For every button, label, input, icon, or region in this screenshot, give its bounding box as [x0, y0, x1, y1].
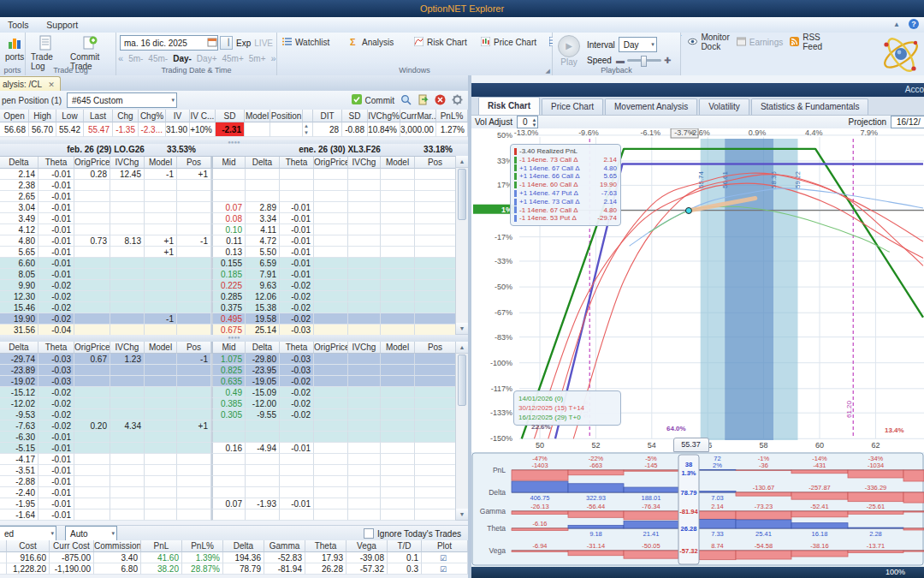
option-row[interactable]: 4.12-0.010.104.11-0.01 [0, 224, 468, 235]
calendar-icon[interactable] [207, 37, 217, 49]
mode-select[interactable]: Auto▾ [65, 526, 117, 541]
settings-gear-icon[interactable] [452, 94, 463, 107]
option-row[interactable]: 3.04-0.010.072.89-0.01 [0, 202, 468, 213]
option-row[interactable]: 19.90-0.02-10.49519.58-0.02 [0, 313, 468, 325]
option-row[interactable]: -5.15-0.010.16-4.94-0.01 [0, 443, 468, 454]
option-row[interactable]: 12.30-0.020.28512.06-0.02 [0, 291, 468, 302]
option-row[interactable]: 6.60-0.010.1556.59-0.01 [0, 258, 468, 269]
option-row[interactable]: -29.74-0.030.671.23-11.075-29.80-0.03 [0, 354, 468, 365]
chain-col-Pos[interactable]: Pos [177, 157, 211, 169]
totals-row[interactable]: 916.60-875.003.4041.601.39%194.36-52.831… [0, 552, 468, 563]
chain-col-Theta[interactable]: Theta [280, 342, 314, 354]
chain-col-IVChg[interactable]: IVChg [110, 342, 145, 354]
help-icon[interactable]: ? [909, 19, 919, 29]
chain-col-Delta[interactable]: Delta [246, 157, 280, 169]
totals-col-Vega[interactable]: Vega [346, 540, 388, 552]
play-button[interactable]: ▶ [558, 35, 580, 57]
time-picker-button[interactable]: ▕ [220, 36, 233, 50]
summary-col-Low[interactable]: Low [56, 110, 84, 122]
scroll-up-icon[interactable]: ▲ [456, 342, 468, 354]
plot-checkbox[interactable]: ☑ [422, 563, 468, 575]
menu-tools[interactable]: Tools [0, 17, 37, 33]
scroll-down-icon[interactable]: ▼ [456, 509, 468, 521]
option-row[interactable]: -19.02-0.030.635-19.05-0.02 [0, 376, 468, 387]
live-badge[interactable]: LIVE [254, 39, 273, 48]
option-row[interactable]: -15.12-0.020.49-15.09-0.02 [0, 387, 468, 398]
delete-icon[interactable] [435, 94, 446, 107]
summary-col-High[interactable]: High [29, 110, 56, 122]
windows-item-risk-chart[interactable]: Risk Chart [411, 35, 477, 49]
summary-col-Position[interactable]: Position [270, 110, 303, 122]
summary-col-SD[interactable]: SD [342, 110, 368, 122]
speed-slider[interactable]: ▬ ✚ [616, 56, 671, 65]
position-legend[interactable]: -3.40 Realized PnL-1 14ene. 73 Call Δ2.1… [510, 144, 621, 226]
chain-col-IVChg[interactable]: IVChg [348, 342, 381, 354]
vertical-scrollbar[interactable]: ▲▼ [455, 156, 468, 335]
interval-select[interactable]: Day▾ [619, 37, 657, 52]
option-row[interactable]: -2.40-0.01 [0, 487, 468, 498]
chain-col-Model[interactable]: Model [381, 342, 415, 354]
step-forward-fast-icon[interactable]: » [271, 53, 276, 63]
filter-select[interactable]: ed▾ [0, 526, 56, 541]
option-row[interactable]: -6.30-0.01 [0, 432, 468, 443]
close-tab-icon[interactable]: ✕ [48, 80, 55, 89]
totals-col-Theta[interactable]: Theta [305, 540, 346, 552]
ignore-trades-checkbox[interactable]: Ignore Today's Trades [364, 528, 468, 539]
summary-col-Open[interactable]: Open [0, 110, 29, 122]
vertical-scrollbar[interactable]: ▲▼ [455, 342, 468, 521]
scroll-down-icon[interactable]: ▼ [456, 323, 468, 335]
tab-price-chart[interactable]: Price Chart [542, 98, 603, 115]
step-45m-minus[interactable]: 45m- [148, 54, 168, 63]
windows-item-watchlist[interactable]: Watchlist [279, 35, 346, 49]
option-row[interactable]: 3.49-0.010.083.34-0.01 [0, 213, 468, 224]
option-row[interactable]: -23.89-0.030.825-23.95-0.03 [0, 365, 468, 376]
tab-risk-chart[interactable]: Risk Chart [478, 97, 540, 115]
option-row[interactable]: -1.95-0.010.07-1.93-0.01 [0, 498, 468, 509]
projection-dates-annotation[interactable]: 14/01/2026 (0)30/12/2025 (15) T+1416/12/… [513, 390, 621, 426]
commit-button[interactable]: Commit [352, 94, 394, 106]
chain-col-Model[interactable]: Model [381, 157, 415, 169]
chain-col-Model[interactable]: Model [145, 157, 177, 169]
option-row[interactable]: 15.46-0.020.37515.38-0.02 [0, 302, 468, 313]
totals-col-edge[interactable] [0, 540, 7, 552]
option-row[interactable]: 8.05-0.010.1857.91-0.01 [0, 269, 468, 280]
tab-volatility[interactable]: Volatility [699, 98, 749, 115]
chain-col-Mid[interactable]: Mid [211, 342, 246, 354]
totals-col-Plot[interactable]: Plot [422, 540, 468, 552]
summary-col-IVChg%[interactable]: IVChg% [368, 110, 400, 122]
option-row[interactable]: 5.65-0.01+10.135.50-0.01 [0, 247, 468, 258]
summary-col-Chg%[interactable]: Chg% [139, 110, 166, 122]
step-day-minus[interactable]: Day- [173, 54, 192, 63]
option-row[interactable]: -4.17-0.01 [0, 454, 468, 465]
risk-chart[interactable]: 55.7456.6158.3559.2251.7861.2050%33%17%1… [471, 128, 924, 452]
projection-date-input[interactable]: 16/12/ [891, 116, 924, 128]
chain-col-Pos[interactable]: Pos [177, 342, 211, 354]
chain-col-Delta[interactable]: Delta [0, 342, 38, 354]
chain-col-Pos[interactable]: Pos [415, 342, 456, 354]
tab-statistics-fundamentals[interactable]: Statistics & Fundamentals [751, 98, 869, 115]
option-row[interactable]: 2.65-0.01 [0, 191, 468, 202]
totals-col-Cost[interactable]: Cost [7, 540, 50, 552]
collapse-ribbon-icon[interactable]: ▲ [893, 21, 900, 28]
tab-movement-analysis[interactable]: Movement Analysis [605, 98, 697, 115]
windows-item-analysis[interactable]: ΣAnalysis [346, 35, 411, 49]
position-select[interactable]: #645 Custom▾ [67, 92, 177, 108]
option-row[interactable]: -9.53-0.020.305-9.55-0.02 [0, 409, 468, 420]
step-day-plus[interactable]: Day+ [197, 54, 217, 63]
reports-button[interactable]: ports [0, 33, 26, 62]
import-icon[interactable] [418, 94, 429, 107]
step-back-fast-icon[interactable]: « [118, 53, 123, 63]
totals-col-T/D[interactable]: T/D [388, 540, 422, 552]
chain-col-Theta[interactable]: Theta [38, 157, 74, 169]
dialog-launcher-icon[interactable]: ◢ [546, 68, 550, 74]
chain-col-Delta[interactable]: Delta [0, 157, 38, 169]
chain-col-Theta[interactable]: Theta [280, 157, 314, 169]
option-row[interactable]: 4.80-0.010.738.13+1-10.114.72-0.01 [0, 235, 468, 247]
step-5m-minus[interactable]: 5m- [128, 54, 143, 63]
totals-col-Curr Cost[interactable]: Curr Cost [50, 540, 94, 552]
summary-col-Model[interactable]: Model [245, 110, 270, 122]
chain-col-Theta[interactable]: Theta [38, 342, 74, 354]
step-45m-plus[interactable]: 45m+ [222, 54, 243, 63]
summary-col-Last[interactable]: Last [84, 110, 113, 122]
chain-col-Model[interactable]: Model [145, 342, 177, 354]
